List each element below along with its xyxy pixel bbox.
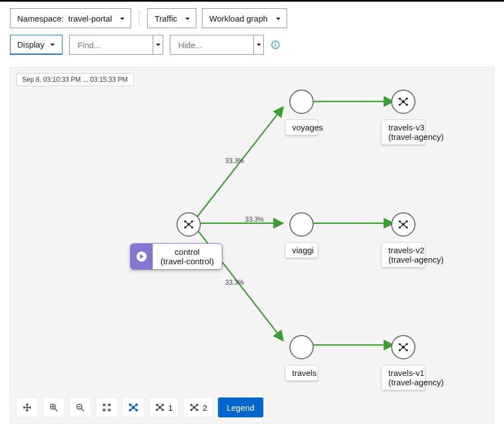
drag-button[interactable] [16,397,38,417]
timestamp-badge: Sep 8, 03:10:33 PM ... 03:15:33 PM [16,73,134,86]
traffic-entry-icon [131,244,153,269]
svg-point-14 [184,221,186,223]
edge-label-control-viaggi: 33.3% [245,216,264,223]
svg-point-35 [399,227,401,229]
node-travels-v1-subtitle: (travel-agency) [388,378,418,387]
svg-point-70 [162,409,163,410]
layout-1-suffix: 1 [168,403,173,412]
zoom-out-button[interactable] [69,397,91,417]
edge-label-control-travels: 33.3% [225,279,244,286]
svg-point-33 [399,221,401,223]
svg-point-42 [399,343,401,346]
svg-point-27 [406,104,408,106]
display-button-label: Display [17,40,44,49]
svg-point-76 [191,404,192,405]
traffic-selector[interactable]: Traffic [147,8,196,28]
layout-1-button[interactable]: 1 [149,397,179,417]
svg-point-1 [275,43,276,44]
node-travels-v1-circle [391,335,415,359]
info-icon[interactable] [271,40,280,50]
layout-2-suffix: 2 [202,403,207,412]
node-travels-v3-title: travels-v3 [388,123,424,132]
svg-point-16 [184,227,186,229]
svg-point-58 [129,404,131,406]
svg-point-34 [406,221,408,223]
zoom-in-button[interactable] [43,397,65,417]
svg-point-15 [191,221,194,223]
svg-point-13 [188,223,190,226]
svg-point-43 [406,343,408,346]
node-travels[interactable]: travels [285,335,318,381]
svg-point-78 [191,409,192,410]
legend-button[interactable]: Legend [218,397,263,417]
hide-input-field[interactable] [177,40,258,50]
node-travels-v2-circle [391,212,415,237]
node-voyages-circle [289,90,314,114]
node-viaggi[interactable]: viaggi [285,212,318,258]
svg-point-41 [402,346,405,349]
svg-line-47 [55,409,58,411]
layout-default-button[interactable] [122,397,144,417]
node-travels-v2-subtitle: (travel-agency) [388,255,418,264]
node-travels-label: travels [285,365,318,381]
node-control-title: control [160,247,214,257]
svg-point-44 [399,349,401,352]
node-travels-v3[interactable]: travels-v3 (travel-agency) [381,90,425,145]
edge-label-control-voyages: 33.3% [225,157,244,165]
find-input[interactable] [69,35,163,55]
hide-input[interactable] [170,35,264,55]
node-travels-v2-label: travels-v2 (travel-agency) [381,242,425,268]
svg-point-59 [136,404,137,406]
svg-point-23 [402,101,405,103]
node-viaggi-circle [289,212,314,237]
svg-line-51 [81,409,84,411]
svg-point-75 [194,407,195,409]
svg-point-69 [157,409,158,410]
svg-point-57 [132,406,134,409]
node-travels-v3-subtitle: (travel-agency) [388,132,418,142]
svg-point-25 [406,98,408,100]
node-control-subtitle: (travel-control) [160,257,214,266]
node-travels-v3-label: travels-v3 (travel-agency) [381,119,425,145]
svg-point-45 [406,349,408,352]
svg-point-36 [406,227,408,229]
svg-point-24 [399,98,401,100]
namespace-label: Namespace: [17,14,64,23]
svg-point-79 [196,409,198,410]
svg-point-61 [136,410,137,411]
svg-point-77 [196,404,198,405]
fit-button[interactable] [96,397,118,417]
chevron-down-icon [185,14,190,23]
svg-point-32 [402,223,405,226]
svg-point-68 [162,404,163,405]
node-control-circle[interactable] [176,212,201,237]
node-travels-v2-title: travels-v2 [388,245,424,255]
node-travels-v1-label: travels-v1 (travel-agency) [381,365,425,390]
find-input-field[interactable] [76,40,157,50]
node-travels-v2[interactable]: travels-v2 (travel-agency) [381,212,425,268]
chevron-down-icon [119,14,125,23]
divider [139,11,139,26]
chevron-down-icon [50,40,55,49]
svg-point-60 [129,410,131,411]
svg-point-17 [191,227,194,229]
traffic-label: Traffic [154,14,177,23]
svg-rect-2 [275,44,276,47]
node-travels-circle [289,335,314,359]
node-voyages[interactable]: voyages [285,90,318,135]
node-travels-v1-title: travels-v1 [388,368,424,378]
namespace-selector[interactable]: Namespace: travel-portal [10,8,131,28]
node-viaggi-label: viaggi [285,242,318,258]
node-voyages-label: voyages [285,119,318,135]
layout-2-button[interactable]: 2 [183,397,213,417]
display-button[interactable]: Display [10,35,63,55]
svg-point-26 [399,104,401,106]
graph-canvas[interactable]: Sep 8, 03:10:33 PM ... 03:15:33 PM 33.3%… [10,67,494,423]
node-label-control[interactable]: control (travel-control) [130,243,222,270]
svg-point-66 [159,407,161,409]
chevron-down-icon [276,14,281,23]
svg-point-67 [157,404,158,405]
node-travels-v1[interactable]: travels-v1 (travel-agency) [381,335,425,390]
graph-type-selector[interactable]: Workload graph [202,8,287,28]
node-travels-v3-circle [391,90,415,114]
